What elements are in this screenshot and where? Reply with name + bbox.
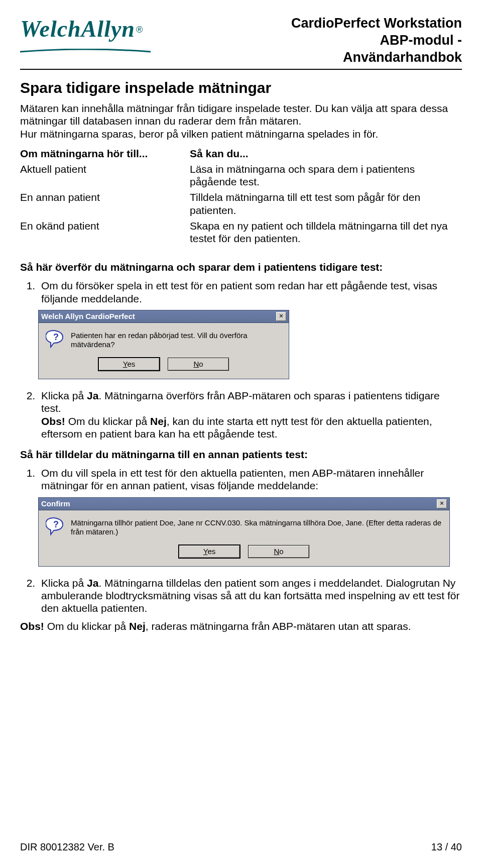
doc-title: CardioPerfect Workstation ABP-modul - An… xyxy=(266,15,462,66)
dialog-title-text: Confirm xyxy=(41,499,70,508)
section1-steps-cont: Klicka på Ja. Mätningarna överförs från … xyxy=(20,389,462,440)
logo-text: WelchAllyn xyxy=(20,16,135,42)
intro-paragraph: Mätaren kan innehålla mätningar från tid… xyxy=(20,102,462,140)
section1-steps: Om du försöker spela in ett test för en … xyxy=(20,279,462,304)
yes-button[interactable]: Yes xyxy=(179,545,240,558)
list-item: Om du vill spela in ett test för den akt… xyxy=(38,467,462,492)
obs-paragraph: Obs! Om du klickar på Nej, raderas mätni… xyxy=(20,620,462,632)
dialog-title-text: Welch Allyn CardioPerfect xyxy=(41,312,135,321)
doc-title-line2: ABP-modul - Användarhandbok xyxy=(266,32,462,66)
no-button[interactable]: No xyxy=(168,358,229,371)
dialog-titlebar: Welch Allyn CardioPerfect × xyxy=(38,310,289,322)
doc-title-line1: CardioPerfect Workstation xyxy=(266,15,462,32)
brand-logo: WelchAllyn® xyxy=(20,15,266,55)
list-item: Klicka på Ja. Mätningarna tilldelas den … xyxy=(38,577,462,615)
dialog-body: ? Mätningarna tillhör patient Doe, Jane … xyxy=(38,510,450,567)
table-cell: Aktuell patient xyxy=(20,163,190,191)
yes-button[interactable]: Yes xyxy=(98,358,160,371)
svg-text:?: ? xyxy=(53,332,59,342)
table-cell: Tilldela mätningarna till ett test som p… xyxy=(190,191,462,219)
footer-dir: DIR 80012382 Ver. B xyxy=(20,841,114,853)
list-item: Om du försöker spela in ett test för en … xyxy=(38,279,462,304)
options-table: Om mätningarna hör till... Så kan du... … xyxy=(20,147,462,248)
dialog-message: Patienten har en redan påbörjad test. Vi… xyxy=(71,330,282,350)
no-button[interactable]: No xyxy=(248,545,309,558)
table-cell: Skapa en ny patient och tilldela mätning… xyxy=(190,220,462,248)
question-icon: ? xyxy=(46,517,64,535)
table-cell: Läsa in mätningarna och spara dem i pati… xyxy=(190,163,462,191)
close-icon[interactable]: × xyxy=(437,499,447,508)
page-heading: Spara tidigare inspelade mätningar xyxy=(20,79,462,97)
table-cell: En okänd patient xyxy=(20,220,190,248)
footer-page: 13 / 40 xyxy=(431,841,462,853)
logo-swoosh-icon xyxy=(20,49,151,53)
dialog-body: ? Patienten har en redan påbörjad test. … xyxy=(38,322,289,380)
page-footer: DIR 80012382 Ver. B 13 / 40 xyxy=(20,841,462,853)
page-header: WelchAllyn® CardioPerfect Workstation AB… xyxy=(20,15,462,70)
dialog-message: Mätningarna tillhör patient Doe, Jane nr… xyxy=(71,517,442,537)
dialog-confirm: Confirm × ? Mätningarna tillhör patient … xyxy=(38,497,450,567)
table-header-left: Om mätningarna hör till... xyxy=(20,147,190,163)
dialog-cardioperfect: Welch Allyn CardioPerfect × ? Patienten … xyxy=(38,310,289,380)
section2-heading: Så här tilldelar du mätningarna till en … xyxy=(20,448,462,461)
table-header-right: Så kan du... xyxy=(190,147,462,163)
section1-heading: Så här överför du mätningarna och sparar… xyxy=(20,261,462,273)
section2-steps: Om du vill spela in ett test för den akt… xyxy=(20,467,462,492)
table-cell: En annan patient xyxy=(20,191,190,219)
section2-steps-cont: Klicka på Ja. Mätningarna tilldelas den … xyxy=(20,577,462,615)
close-icon[interactable]: × xyxy=(276,312,286,321)
dialog-titlebar: Confirm × xyxy=(38,497,450,510)
registered-icon: ® xyxy=(136,25,143,35)
svg-text:?: ? xyxy=(53,519,59,529)
question-icon: ? xyxy=(46,330,64,348)
list-item: Klicka på Ja. Mätningarna överförs från … xyxy=(38,389,462,440)
